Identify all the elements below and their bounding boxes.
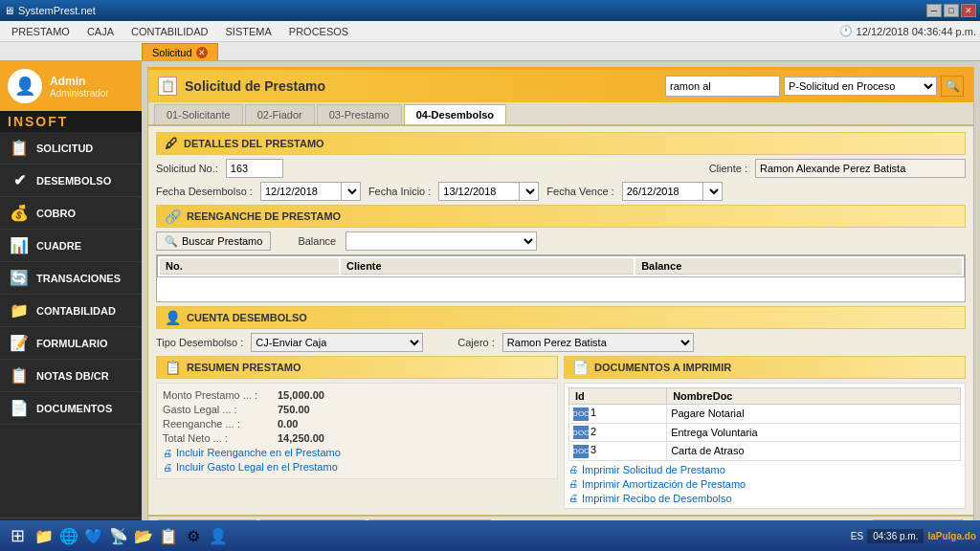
sidebar-item-solicitud-label: SOLICITUD <box>36 143 93 154</box>
print-recibo[interactable]: Imprimir Recibo de Desembolso <box>568 493 961 504</box>
cajero-label: Cajero : <box>457 337 495 348</box>
doc-name-3: Carta de Atraso <box>667 442 961 461</box>
balance-label: Balance <box>298 235 336 247</box>
reenganche-sum-label: Reenganche ... : <box>163 418 278 430</box>
detalles-title: DETALLES DEL PRESTAMO <box>184 138 324 149</box>
link-reenganche[interactable]: Incluir Reenganche en el Prestamo <box>163 447 551 458</box>
start-button[interactable]: ⊞ <box>4 522 31 549</box>
fecha-desembolso-dropdown[interactable]: ▼ <box>342 182 361 201</box>
taskbar-folder-icon[interactable]: 📁 <box>33 524 56 547</box>
search-button[interactable]: 🔍 <box>941 76 964 97</box>
sidebar-item-contabilidad-label: CONTABILIDAD <box>36 305 116 317</box>
user-role: Administrador <box>50 88 109 99</box>
cobro-icon: 💰 <box>10 204 29 222</box>
cliente-input <box>755 159 966 178</box>
documentos-title: DOCUMENTOS A IMPRIMIR <box>594 362 731 373</box>
taskbar-chrome-icon[interactable]: 🌐 <box>57 524 80 547</box>
documentos-section-header: 📄 DOCUMENTOS A IMPRIMIR <box>564 356 966 379</box>
title-bar-controls: ─ □ ✕ <box>926 4 976 17</box>
link-reenganche-text: Incluir Reenganche en el Prestamo <box>176 447 341 458</box>
link-gasto[interactable]: Incluir Gasto Legal en el Prestamo <box>163 461 551 473</box>
sidebar-item-formulario[interactable]: 📝 FORMULARIO <box>0 327 142 360</box>
menu-procesos[interactable]: PROCESOS <box>281 24 356 39</box>
fecha-inicio-dropdown[interactable]: ▼ <box>520 182 539 201</box>
fecha-vence-dropdown[interactable]: ▼ <box>703 182 723 201</box>
sidebar-item-solicitud[interactable]: 📋 SOLICITUD <box>0 132 142 165</box>
total-value: 14,250.00 <box>278 432 324 444</box>
form-content: 🖊 DETALLES DEL PRESTAMO Solicitud No.: C… <box>148 126 973 515</box>
taskbar-teamviewer-icon[interactable]: 📡 <box>107 524 130 547</box>
solicitud-row: Solicitud No.: Cliente : <box>156 159 966 178</box>
taskbar-settings-icon[interactable]: ⚙ <box>182 524 205 547</box>
monto-row: Monto Prestamo ... : 15,000.00 <box>163 389 551 401</box>
solicitud-tab[interactable]: Solicitud ✕ <box>142 43 218 60</box>
tab-fiador[interactable]: 02-Fiador <box>245 104 315 124</box>
search-input[interactable] <box>665 76 780 97</box>
solicitud-icon: 📋 <box>10 139 29 157</box>
cliente-label: Cliente : <box>709 163 747 174</box>
sidebar-item-notas[interactable]: 📋 NOTAS DB/CR <box>0 360 142 392</box>
avatar: 👤 <box>8 69 42 103</box>
documentos-body: Id NombreDoc DOC1 Pagare Notarial <box>564 383 966 509</box>
user-name: Admin <box>50 75 109 88</box>
doc-name-2: Entrega Voluntaria <box>667 423 961 442</box>
menu-contabilidad[interactable]: CONTABILIDAD <box>123 24 215 39</box>
sidebar-item-notas-label: NOTAS DB/CR <box>36 370 109 382</box>
taskbar: ⊞ 📁 🌐 💙 📡 📂 📋 ⚙ 👤 ES 04:36 p.m. laPulga.… <box>0 520 980 551</box>
print-solicitud[interactable]: Imprimir Solicitud de Prestamo <box>568 464 961 475</box>
menu-sistema[interactable]: SISTEMA <box>218 24 279 39</box>
status-select[interactable]: P-Solicitud en Proceso <box>784 77 937 96</box>
tab-solicitante[interactable]: 01-Solicitante <box>154 104 243 124</box>
print-amortizacion-text: Imprimir Amortización de Prestamo <box>582 478 746 490</box>
sidebar-item-cuadre[interactable]: 📊 CUADRE <box>0 230 142 262</box>
sidebar-item-cuadre-label: CUADRE <box>36 240 81 252</box>
taskbar-vs-icon[interactable]: 💙 <box>82 524 105 547</box>
sidebar-item-cobro[interactable]: 💰 COBRO <box>0 197 142 230</box>
sidebar-item-desembolso[interactable]: ✔ DESEMBOLSO <box>0 165 142 197</box>
sidebar-item-transaciones[interactable]: 🔄 TRANSACIONES <box>0 262 142 295</box>
cuenta-section-header: 👤 CUENTA DESEMBOLSO <box>156 306 966 329</box>
taskbar-clock: 04:36 p.m. <box>867 529 924 543</box>
taskbar-logo: laPulga.do <box>927 531 976 541</box>
tab-desembolso[interactable]: 04-Desembolso <box>404 104 506 124</box>
sidebar-item-contabilidad[interactable]: 📁 CONTABILIDAD <box>0 295 142 327</box>
menu-caja[interactable]: CAJA <box>79 24 122 39</box>
maximize-button[interactable]: □ <box>944 4 959 17</box>
docs-col-nombre: NombreDoc <box>667 388 961 405</box>
fecha-inicio-label: Fecha Inicio : <box>368 186 431 197</box>
minimize-button[interactable]: ─ <box>926 4 942 17</box>
fecha-desembolso-input[interactable] <box>260 182 342 201</box>
docs-col-id: Id <box>569 388 667 405</box>
bottom-section: 📋 RESUMEN PRESTAMO Monto Prestamo ... : … <box>156 356 966 509</box>
gasto-label: Gasto Legal ... : <box>163 404 278 415</box>
doc-id-3: 3 <box>590 444 596 455</box>
solicitud-tab-close[interactable]: ✕ <box>196 47 208 58</box>
menu-prestamo[interactable]: PRESTAMO <box>4 24 78 39</box>
balance-select[interactable] <box>345 231 537 251</box>
tipo-select[interactable]: CJ-Enviar Caja <box>251 333 423 352</box>
documentos-column: 📄 DOCUMENTOS A IMPRIMIR Id NombreDoc <box>564 356 966 509</box>
fecha-vence-input[interactable] <box>622 182 703 201</box>
reenganche-controls-row: 🔍 Buscar Prestamo Balance <box>156 231 966 251</box>
sidebar-nav: 📋 SOLICITUD ✔ DESEMBOLSO 💰 COBRO 📊 CUADR… <box>0 132 142 518</box>
taskbar-user-icon[interactable]: 👤 <box>207 524 230 547</box>
print-amortizacion[interactable]: Imprimir Amortización de Prestamo <box>568 478 961 490</box>
taskbar-task-icon[interactable]: 📋 <box>157 524 180 547</box>
resumen-body: Monto Prestamo ... : 15,000.00 Gasto Leg… <box>156 383 558 479</box>
col-cliente: Cliente <box>341 258 634 275</box>
taskbar-explorer-icon[interactable]: 📂 <box>132 524 155 547</box>
doc-id-1: 1 <box>590 407 596 418</box>
fecha-inicio-input[interactable] <box>438 182 520 201</box>
solicitud-input[interactable] <box>226 159 283 178</box>
taskbar-lang: ES <box>851 531 863 541</box>
buscar-prestamo-button[interactable]: 🔍 Buscar Prestamo <box>156 231 271 251</box>
close-button[interactable]: ✕ <box>961 4 976 17</box>
sidebar-item-documentos[interactable]: 📄 DOCUMENTOS <box>0 392 142 425</box>
app-tab-bar: Solicitud ✕ <box>0 42 980 61</box>
formulario-icon: 📝 <box>10 334 29 352</box>
solicitud-tab-label: Solicitud <box>152 47 192 58</box>
sidebar-item-transaciones-label: TRANSACIONES <box>36 273 121 284</box>
tab-prestamo[interactable]: 03-Prestamo <box>317 104 402 124</box>
cajero-select[interactable]: Ramon Perez Batista <box>502 333 694 352</box>
sidebar-item-desembolso-label: DESEMBOLSO <box>36 175 111 187</box>
